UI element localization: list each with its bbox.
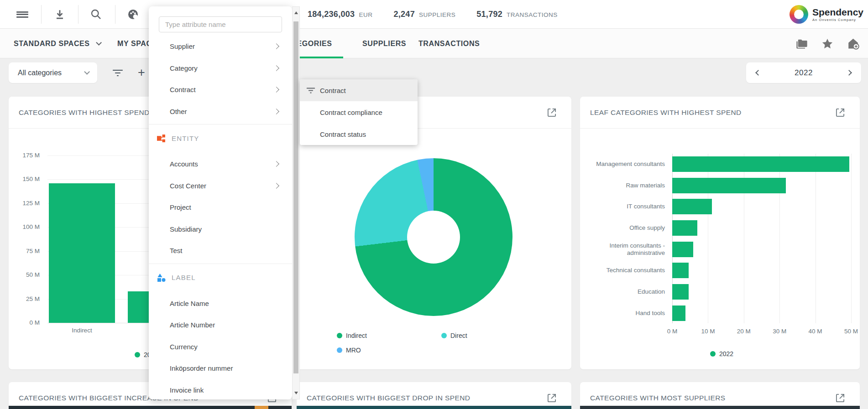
card-title: CATEGORIES WITH HIGHEST SPEND [19,97,150,129]
label-icon [157,273,166,282]
contract-submenu: ContractContract complianceContract stat… [300,79,418,145]
y-tick-label: 125 M [11,200,40,207]
card-leaf-categories-highest-spend: LEAF CATEGORIES WITH HIGHEST SPEND 0 M10… [580,97,860,369]
menu-item-ink-psorder-nummer[interactable]: Inköpsorder nummer [149,357,292,379]
scroll-up-icon[interactable] [294,11,298,14]
attribute-group-entity: AccountsCost CenterProjectSubsidiaryTest [149,153,292,262]
submenu-item-label: Contract [320,87,346,94]
attribute-group-label: Article NameArticle NumberCurrencyInköps… [149,293,292,401]
legend-item-mro: MRO [337,347,361,354]
open-in-new-icon[interactable] [834,392,846,404]
palette-icon [127,8,139,21]
menu-item-cost-center[interactable]: Cost Center [149,175,292,197]
submenu-item-contract[interactable]: Contract [300,79,418,101]
submenu-item-contract-compliance[interactable]: Contract compliance [300,101,418,123]
bar-interim-consultants-administrative [672,242,693,257]
menu-item-test[interactable]: Test [149,240,292,262]
menu-item-label: Test [170,247,281,254]
category-label-it-consultants: IT consultants [586,198,665,215]
card-title: CATEGORIES WITH BIGGEST DROP IN SPEND [307,382,470,409]
bar-it-consultants [672,199,712,214]
menu-item-contract[interactable]: Contract [149,79,292,101]
menu-item-label: Project [170,203,281,211]
home-add-icon[interactable] [847,37,860,50]
stat-suppliers-label: SUPPLIERS [419,11,455,18]
stat-transactions-label: TRANSACTIONS [507,11,558,18]
bar-technical-consultants [672,263,689,278]
attribute-group-root: SupplierCategoryContractOther [149,36,292,122]
y-tick-label: 75 M [11,248,40,254]
tab-transactions[interactable]: TRANSACTIONS [418,29,480,58]
legend-label: Indirect [346,332,367,339]
chart-peek-orange [255,406,268,409]
card-most-suppliers: CATEGORIES WITH MOST SUPPLIERS [580,382,860,409]
download-icon[interactable] [50,0,70,29]
next-year-icon[interactable] [846,70,852,76]
previous-year-icon[interactable] [755,70,761,76]
menu-item-currency[interactable]: Currency [149,336,292,358]
menu-item-other[interactable]: Other [149,101,292,123]
card-title: LEAF CATEGORIES WITH HIGHEST SPEND [590,97,742,129]
submenu-item-contract-status[interactable]: Contract status [300,123,418,145]
menu-item-category[interactable]: Category [149,57,292,79]
chart-peek-strip [580,406,860,409]
menu-item-label: Currency [170,343,281,351]
chevron-right-icon [273,43,279,49]
card-header: CATEGORIES WITH MOST SUPPLIERS [580,382,860,409]
palette-icon[interactable] [123,0,143,29]
scrollbar-thumb[interactable] [293,21,298,373]
folders-icon [795,37,808,50]
tabsbar-actions [795,29,860,58]
submenu-item-label: Contract compliance [320,109,382,116]
open-in-new-icon[interactable] [834,107,846,119]
menu-item-article-name[interactable]: Article Name [149,293,292,315]
menu-item-project[interactable]: Project [149,197,292,218]
x-tick-label: 50 M [835,328,860,335]
hamburger-menu-icon[interactable] [12,0,32,29]
attribute-search-input[interactable] [159,16,282,32]
x-tick-label: 40 M [800,328,831,335]
menu-item-subsidiary[interactable]: Subsidiary [149,218,292,240]
chevron-right-icon [273,161,279,167]
x-tick-label: 30 M [763,328,795,335]
chevron-right-icon [273,183,279,189]
logo-name: Spendency [812,7,863,17]
filter-button[interactable] [108,62,128,83]
category-select[interactable]: All categories [9,62,97,83]
scroll-down-icon[interactable] [294,392,298,394]
tab-suppliers[interactable]: SUPPLIERS [362,29,406,58]
logo-tagline: An Onventis Company [812,18,863,22]
legend-label: MRO [346,347,361,354]
tab-suppliers-label: SUPPLIERS [362,40,406,48]
folders-icon[interactable] [795,37,808,50]
open-in-new-icon[interactable] [546,107,558,119]
menu-item-supplier[interactable]: Supplier [149,36,292,57]
menu-item-article-number[interactable]: Article Number [149,314,292,336]
y-tick-label: 25 M [11,295,40,302]
legend-dot [710,351,716,357]
bar-raw-materials [672,178,786,193]
y-tick-label: 50 M [11,271,40,278]
chart-peek-strip [9,406,292,409]
stat-transactions: 51,792 TRANSACTIONS [476,10,558,19]
standard-spaces-dropdown[interactable]: STANDARD SPACES [14,29,100,58]
stat-suppliers: 2,247 SUPPLIERS [393,10,455,19]
tab-transactions-label: TRANSACTIONS [418,40,480,48]
legend-item-indirect: Indirect [337,332,367,339]
divider [78,5,78,24]
legend-item-direct: Direct [441,332,467,339]
open-in-new-icon[interactable] [546,392,558,404]
search-icon[interactable] [86,0,106,29]
card-header: CATEGORIES WITH BIGGEST DROP IN SPEND [297,382,571,409]
menu-item-accounts[interactable]: Accounts [149,153,292,175]
search-icon [90,8,102,21]
spendency-logo: Spendency An Onventis Company [790,0,863,29]
divider [149,124,292,124]
star-icon [821,37,834,50]
menu-item-invoice-link[interactable]: Invoice link [149,379,292,401]
star-icon[interactable] [821,37,834,50]
filter-icon [306,87,316,94]
dropdown-scrollbar[interactable] [292,6,300,399]
menu-item-label: Article Number [170,321,281,329]
year-navigator: 2022 [746,62,861,83]
